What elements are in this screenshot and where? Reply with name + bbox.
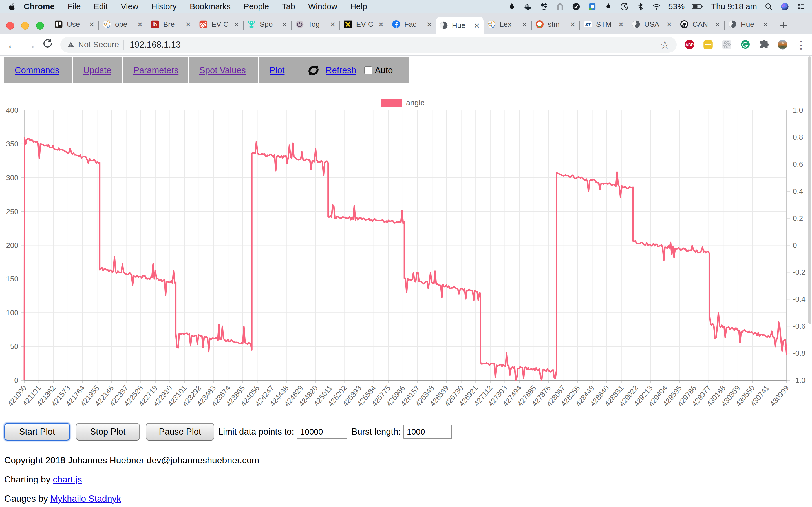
tab-close-icon[interactable]: × xyxy=(474,21,480,30)
control-center-icon[interactable] xyxy=(797,2,805,11)
tab-close-icon[interactable]: × xyxy=(426,20,433,29)
refresh-arrows-icon xyxy=(306,63,321,78)
battery-icon xyxy=(692,3,704,10)
tab-close-icon[interactable]: × xyxy=(666,20,672,29)
apple-icon[interactable] xyxy=(9,3,15,10)
not-secure-warning-icon[interactable] xyxy=(67,41,75,48)
menu-item-window[interactable]: Window xyxy=(302,2,344,11)
tab-stm[interactable]: stm× xyxy=(532,14,579,34)
menu-item-history[interactable]: History xyxy=(145,2,183,11)
tab-ev-c[interactable]: EV C× xyxy=(340,14,388,34)
pause-plot-button[interactable]: Pause Plot xyxy=(146,423,214,441)
tab-close-icon[interactable]: × xyxy=(378,20,384,29)
menu-item-file[interactable]: File xyxy=(61,2,87,11)
zoom-window-button[interactable] xyxy=(36,22,44,30)
tab-ev-c[interactable]: EV C× xyxy=(195,14,243,34)
legend-label: angle xyxy=(406,99,424,107)
close-window-button[interactable] xyxy=(6,22,14,30)
tab-close-icon[interactable]: × xyxy=(137,20,143,29)
nav-link-update[interactable]: Update xyxy=(83,65,111,75)
menu-item-view[interactable]: View xyxy=(114,2,145,11)
docker-icon[interactable] xyxy=(523,2,532,11)
menu-item-tab[interactable]: Tab xyxy=(275,2,302,11)
tab-close-icon[interactable]: × xyxy=(714,20,721,29)
arch-icon[interactable] xyxy=(556,2,564,11)
tab-hue[interactable]: Hue× xyxy=(725,14,772,34)
tab-close-icon[interactable]: × xyxy=(762,20,769,29)
d-app-icon[interactable] xyxy=(588,2,597,11)
tab-close-icon[interactable]: × xyxy=(282,20,288,29)
extensions-puzzle-icon[interactable] xyxy=(758,39,769,50)
siri-icon[interactable] xyxy=(780,2,789,11)
mykhailo-stadnyk-link[interactable]: Mykhailo Stadnyk xyxy=(50,494,121,504)
wifi-icon[interactable] xyxy=(652,2,661,11)
drop-icon[interactable] xyxy=(507,2,516,11)
checkmark-circle-icon[interactable] xyxy=(572,2,580,11)
menu-item-help[interactable]: Help xyxy=(344,2,373,11)
tab-close-icon[interactable]: × xyxy=(569,20,576,29)
y-left-axis-label: 250 xyxy=(6,207,18,216)
tab-title: Lex xyxy=(500,20,521,29)
scrollbar-thumb[interactable] xyxy=(808,56,811,324)
tab-close-icon[interactable]: × xyxy=(329,20,336,29)
chartjs-link[interactable]: chart.js xyxy=(53,474,82,485)
address-bar[interactable]: Not Secure 192.168.1.13 ☆ xyxy=(60,37,677,53)
menu-dots-icon[interactable]: ⋮ xyxy=(796,39,806,51)
limit-input[interactable] xyxy=(297,425,347,439)
menu-item-people[interactable]: People xyxy=(237,2,275,11)
x-axis-label: 430999 xyxy=(768,384,791,408)
nav-link-parameters[interactable]: Parameters xyxy=(133,65,179,75)
y-right-axis-label: 0.4 xyxy=(793,187,803,195)
spotlight-icon[interactable] xyxy=(764,2,773,11)
nav-link-spot-values[interactable]: Spot Values xyxy=(199,65,246,75)
back-button[interactable]: ← xyxy=(4,38,21,52)
adblock-icon[interactable]: ABP xyxy=(684,39,695,50)
lastpass-icon[interactable] xyxy=(703,39,714,50)
tab-close-icon[interactable]: × xyxy=(521,20,528,29)
grammarly-icon[interactable] xyxy=(740,39,751,50)
tab-close-icon[interactable]: × xyxy=(233,20,240,29)
trello-icon xyxy=(54,20,63,29)
stop-plot-button[interactable]: Stop Plot xyxy=(76,423,140,441)
profile-avatar[interactable] xyxy=(777,39,788,50)
start-plot-button[interactable]: Start Plot xyxy=(4,423,70,441)
tab-stm[interactable]: STSTM× xyxy=(580,14,627,34)
menu-item-chrome[interactable]: Chrome xyxy=(17,2,61,11)
tab-usa[interactable]: USA× xyxy=(628,14,676,34)
bluetooth-icon[interactable] xyxy=(636,2,645,11)
dropbox-icon[interactable] xyxy=(540,2,548,11)
tab-bre[interactable]: bBre× xyxy=(147,14,195,34)
tab-spo[interactable]: Spo× xyxy=(244,14,291,34)
limit-label: Limit data points to: xyxy=(218,427,294,437)
burst-input[interactable] xyxy=(403,425,452,439)
forward-button[interactable]: → xyxy=(21,38,39,52)
reload-button[interactable] xyxy=(39,38,56,52)
new-tab-button[interactable]: + xyxy=(779,14,788,33)
time-machine-icon[interactable] xyxy=(620,2,629,11)
tab-close-icon[interactable]: × xyxy=(89,20,95,29)
url-text[interactable]: 192.168.1.13 xyxy=(130,40,181,50)
nav-link-commands[interactable]: Commands xyxy=(15,65,59,75)
menu-item-edit[interactable]: Edit xyxy=(87,2,114,11)
tab-use[interactable]: Use× xyxy=(51,14,98,34)
tab-close-icon[interactable]: × xyxy=(185,20,192,29)
y-right-axis-label: 0.8 xyxy=(793,133,803,142)
tab-tog[interactable]: Tog× xyxy=(292,14,340,34)
tab-fac[interactable]: Fac× xyxy=(388,14,436,34)
tab-hue-active[interactable]: Hue× xyxy=(436,17,484,34)
minimize-window-button[interactable] xyxy=(21,22,29,30)
menu-item-bookmarks[interactable]: Bookmarks xyxy=(183,2,237,11)
tab-can[interactable]: CAN× xyxy=(676,14,724,34)
st-icon: ST xyxy=(583,20,592,29)
auto-checkbox[interactable] xyxy=(364,66,372,74)
tab-close-icon[interactable]: × xyxy=(618,20,624,29)
react-devtools-icon[interactable] xyxy=(721,39,732,50)
tab-title: USA xyxy=(644,20,666,29)
tab-ope[interactable]: ope× xyxy=(99,14,147,34)
bookmark-star-icon[interactable]: ☆ xyxy=(660,38,670,51)
flame-icon[interactable] xyxy=(604,2,613,11)
menu-clock[interactable]: Thu 9:18 am xyxy=(711,2,757,11)
tab-lex[interactable]: Lex× xyxy=(484,14,531,34)
nav-link-plot[interactable]: Plot xyxy=(269,65,285,75)
nav-link-refresh[interactable]: Refresh xyxy=(326,65,356,75)
